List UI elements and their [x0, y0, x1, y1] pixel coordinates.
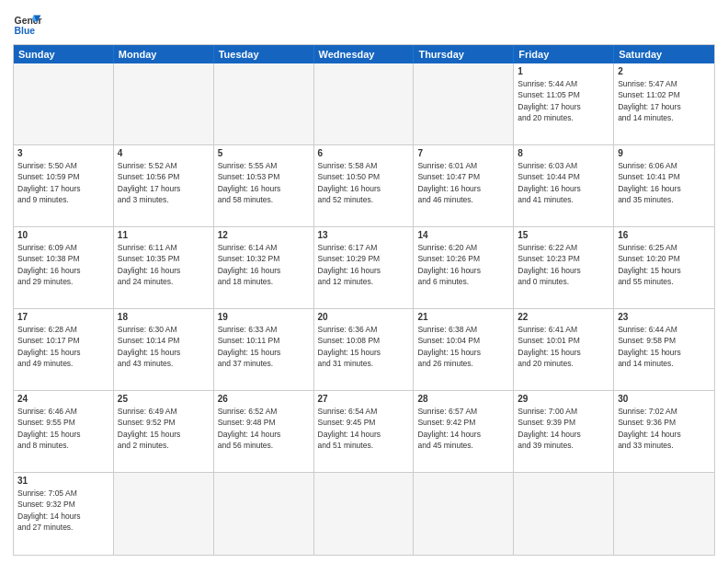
day-number: 8	[518, 148, 609, 158]
day-number: 5	[218, 148, 310, 158]
day-info: Sunrise: 6:57 AM Sunset: 9:42 PM Dayligh…	[417, 406, 509, 451]
calendar-cell	[114, 63, 214, 145]
day-info: Sunrise: 6:36 AM Sunset: 10:08 PM Daylig…	[318, 324, 410, 369]
day-number: 29	[518, 394, 609, 404]
day-info: Sunrise: 6:49 AM Sunset: 9:52 PM Dayligh…	[118, 406, 210, 451]
day-info: Sunrise: 6:09 AM Sunset: 10:38 PM Daylig…	[17, 242, 109, 287]
calendar-cell: 13Sunrise: 6:17 AM Sunset: 10:29 PM Dayl…	[314, 227, 415, 309]
calendar-cell: 28Sunrise: 6:57 AM Sunset: 9:42 PM Dayli…	[414, 391, 514, 473]
day-number: 28	[417, 394, 509, 404]
weekday-header: Thursday	[414, 45, 514, 63]
weekday-header: Sunday	[14, 45, 114, 63]
calendar: SundayMondayTuesdayWednesdayThursdayFrid…	[13, 44, 715, 556]
day-info: Sunrise: 5:47 AM Sunset: 11:02 PM Daylig…	[618, 78, 711, 123]
day-info: Sunrise: 7:05 AM Sunset: 9:32 PM Dayligh…	[17, 488, 109, 533]
day-info: Sunrise: 6:46 AM Sunset: 9:55 PM Dayligh…	[17, 406, 109, 451]
day-number: 24	[17, 394, 109, 404]
calendar-cell	[114, 473, 214, 555]
calendar-cell: 26Sunrise: 6:52 AM Sunset: 9:48 PM Dayli…	[214, 391, 314, 473]
weekday-header: Saturday	[614, 45, 714, 63]
day-info: Sunrise: 6:52 AM Sunset: 9:48 PM Dayligh…	[218, 406, 310, 451]
day-info: Sunrise: 6:33 AM Sunset: 10:11 PM Daylig…	[218, 324, 310, 369]
day-number: 27	[318, 394, 410, 404]
day-number: 23	[618, 312, 711, 322]
day-info: Sunrise: 7:00 AM Sunset: 9:39 PM Dayligh…	[518, 406, 609, 451]
day-number: 26	[218, 394, 310, 404]
day-number: 6	[318, 148, 410, 158]
day-number: 16	[618, 230, 711, 240]
day-number: 4	[118, 148, 210, 158]
calendar-cell: 22Sunrise: 6:41 AM Sunset: 10:01 PM Dayl…	[514, 309, 614, 391]
day-number: 15	[518, 230, 609, 240]
day-number: 3	[17, 148, 109, 158]
day-number: 18	[118, 312, 210, 322]
day-info: Sunrise: 5:44 AM Sunset: 11:05 PM Daylig…	[518, 78, 609, 123]
calendar-cell: 11Sunrise: 6:11 AM Sunset: 10:35 PM Dayl…	[114, 227, 214, 309]
calendar-cell	[514, 473, 614, 555]
day-info: Sunrise: 6:25 AM Sunset: 10:20 PM Daylig…	[618, 242, 711, 287]
day-info: Sunrise: 5:50 AM Sunset: 10:59 PM Daylig…	[17, 160, 109, 205]
calendar-cell	[214, 473, 314, 555]
day-number: 2	[618, 66, 711, 76]
calendar-cell	[414, 473, 514, 555]
calendar-cell: 17Sunrise: 6:28 AM Sunset: 10:17 PM Dayl…	[14, 309, 114, 391]
header: General Blue	[13, 9, 715, 39]
calendar-cell: 27Sunrise: 6:54 AM Sunset: 9:45 PM Dayli…	[314, 391, 415, 473]
day-number: 30	[618, 394, 711, 404]
svg-text:Blue: Blue	[15, 26, 36, 36]
calendar-cell: 4Sunrise: 5:52 AM Sunset: 10:56 PM Dayli…	[114, 145, 214, 227]
calendar-cell: 20Sunrise: 6:36 AM Sunset: 10:08 PM Dayl…	[314, 309, 415, 391]
calendar-cell: 24Sunrise: 6:46 AM Sunset: 9:55 PM Dayli…	[14, 391, 114, 473]
logo: General Blue	[13, 9, 42, 39]
day-number: 7	[417, 148, 509, 158]
calendar-cell: 8Sunrise: 6:03 AM Sunset: 10:44 PM Dayli…	[514, 145, 614, 227]
calendar-cell: 3Sunrise: 5:50 AM Sunset: 10:59 PM Dayli…	[14, 145, 114, 227]
calendar-cell: 23Sunrise: 6:44 AM Sunset: 9:58 PM Dayli…	[614, 309, 714, 391]
calendar-cell: 18Sunrise: 6:30 AM Sunset: 10:14 PM Dayl…	[114, 309, 214, 391]
day-info: Sunrise: 6:03 AM Sunset: 10:44 PM Daylig…	[518, 160, 609, 205]
day-info: Sunrise: 6:22 AM Sunset: 10:23 PM Daylig…	[518, 242, 609, 287]
day-info: Sunrise: 5:55 AM Sunset: 10:53 PM Daylig…	[218, 160, 310, 205]
calendar-cell: 25Sunrise: 6:49 AM Sunset: 9:52 PM Dayli…	[114, 391, 214, 473]
day-info: Sunrise: 5:52 AM Sunset: 10:56 PM Daylig…	[118, 160, 210, 205]
calendar-cell: 21Sunrise: 6:38 AM Sunset: 10:04 PM Dayl…	[414, 309, 514, 391]
calendar-cell: 15Sunrise: 6:22 AM Sunset: 10:23 PM Dayl…	[514, 227, 614, 309]
day-info: Sunrise: 6:20 AM Sunset: 10:26 PM Daylig…	[417, 242, 509, 287]
day-info: Sunrise: 6:30 AM Sunset: 10:14 PM Daylig…	[118, 324, 210, 369]
day-info: Sunrise: 5:58 AM Sunset: 10:50 PM Daylig…	[318, 160, 410, 205]
calendar-cell	[14, 63, 114, 145]
logo-icon: General Blue	[13, 9, 42, 39]
calendar-cell: 12Sunrise: 6:14 AM Sunset: 10:32 PM Dayl…	[214, 227, 314, 309]
day-number: 31	[17, 476, 109, 486]
day-number: 17	[17, 312, 109, 322]
calendar-cell: 9Sunrise: 6:06 AM Sunset: 10:41 PM Dayli…	[614, 145, 714, 227]
calendar-cell: 31Sunrise: 7:05 AM Sunset: 9:32 PM Dayli…	[14, 473, 114, 555]
day-number: 14	[417, 230, 509, 240]
weekday-header: Friday	[514, 45, 614, 63]
day-number: 11	[118, 230, 210, 240]
day-info: Sunrise: 6:06 AM Sunset: 10:41 PM Daylig…	[618, 160, 711, 205]
day-number: 13	[318, 230, 410, 240]
calendar-header: SundayMondayTuesdayWednesdayThursdayFrid…	[14, 45, 714, 63]
calendar-cell: 7Sunrise: 6:01 AM Sunset: 10:47 PM Dayli…	[414, 145, 514, 227]
day-info: Sunrise: 6:38 AM Sunset: 10:04 PM Daylig…	[417, 324, 509, 369]
calendar-body: 1Sunrise: 5:44 AM Sunset: 11:05 PM Dayli…	[14, 63, 714, 555]
day-number: 10	[17, 230, 109, 240]
calendar-cell	[214, 63, 314, 145]
calendar-cell: 29Sunrise: 7:00 AM Sunset: 9:39 PM Dayli…	[514, 391, 614, 473]
weekday-header: Monday	[114, 45, 214, 63]
day-info: Sunrise: 6:11 AM Sunset: 10:35 PM Daylig…	[118, 242, 210, 287]
day-info: Sunrise: 6:01 AM Sunset: 10:47 PM Daylig…	[417, 160, 509, 205]
calendar-cell	[414, 63, 514, 145]
day-number: 20	[318, 312, 410, 322]
calendar-cell: 2Sunrise: 5:47 AM Sunset: 11:02 PM Dayli…	[614, 63, 714, 145]
day-info: Sunrise: 6:41 AM Sunset: 10:01 PM Daylig…	[518, 324, 609, 369]
calendar-cell: 10Sunrise: 6:09 AM Sunset: 10:38 PM Dayl…	[14, 227, 114, 309]
calendar-cell: 16Sunrise: 6:25 AM Sunset: 10:20 PM Dayl…	[614, 227, 714, 309]
day-number: 21	[417, 312, 509, 322]
calendar-cell	[614, 473, 714, 555]
calendar-cell: 6Sunrise: 5:58 AM Sunset: 10:50 PM Dayli…	[314, 145, 415, 227]
day-info: Sunrise: 6:54 AM Sunset: 9:45 PM Dayligh…	[318, 406, 410, 451]
calendar-cell: 19Sunrise: 6:33 AM Sunset: 10:11 PM Dayl…	[214, 309, 314, 391]
day-number: 1	[518, 66, 609, 76]
